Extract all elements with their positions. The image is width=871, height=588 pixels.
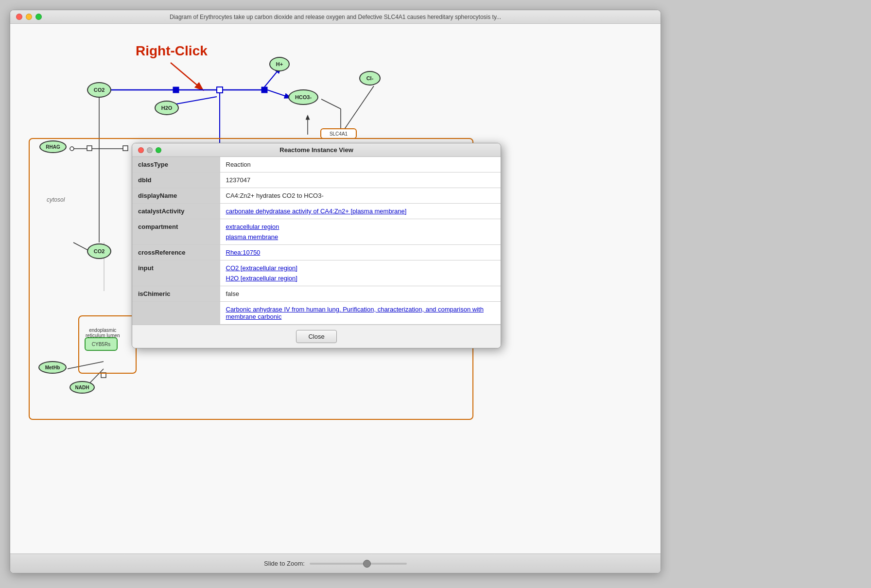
table-row-dbid: dbId 1237047 <box>132 173 501 188</box>
diagram-canvas: Right-Click <box>10 24 661 553</box>
node-co2-mid[interactable]: CO2 <box>87 243 111 259</box>
node-co2-top[interactable]: CO2 <box>87 82 111 98</box>
field-value-lit[interactable]: Carbonic anhydrase IV from human lung. P… <box>220 302 501 325</box>
modal-minimize-button[interactable] <box>147 147 153 153</box>
node-rhag[interactable]: RHAG <box>39 140 67 153</box>
modal-title: Reactome Instance View <box>279 146 353 154</box>
connector-square-1 <box>173 87 179 93</box>
field-value-compartment[interactable]: extracellular region plasma membrane <box>220 219 501 245</box>
path-slc4a1-hco3 <box>321 99 341 109</box>
right-click-label: Right-Click <box>136 43 208 59</box>
endo-label: endoplasmicreticulum lumen <box>86 328 120 338</box>
field-label-chimeric: isChimeric <box>132 286 220 302</box>
node-clminus[interactable]: Cl- <box>359 71 381 86</box>
field-value-classtype: Reaction <box>220 157 501 173</box>
node-hplus[interactable]: H+ <box>269 57 290 71</box>
field-label-crossref: crossReference <box>132 245 220 260</box>
field-label-compartment: compartment <box>132 219 220 245</box>
window-minimize-button[interactable] <box>26 14 32 20</box>
zoom-thumb[interactable] <box>363 560 371 568</box>
table-row-compartment: compartment extracellular region plasma … <box>132 219 501 245</box>
path-slc4a1-cl <box>341 86 374 135</box>
modal-footer: Close <box>132 325 501 348</box>
field-label-classtype: classType <box>132 157 220 173</box>
connector-square-2 <box>261 87 267 93</box>
field-label-lit <box>132 302 220 325</box>
table-row-displayname: displayName CA4:Zn2+ hydrates CO2 to HCO… <box>132 188 501 204</box>
field-value-crossref[interactable]: Rhea:10750 <box>220 245 501 260</box>
input-link-1[interactable]: CO2 [extracellular region] <box>226 264 297 272</box>
node-methb[interactable]: MetHb <box>38 361 67 374</box>
crossref-link[interactable]: Rhea:10750 <box>226 249 261 256</box>
modal-table: classType Reaction dbId 1237047 displayN… <box>132 157 501 325</box>
window-close-button[interactable] <box>16 14 22 20</box>
literature-link[interactable]: Carbonic anhydrase IV from human lung. P… <box>226 306 484 320</box>
node-hco3[interactable]: HCO3- <box>288 89 318 105</box>
window-traffic-lights <box>16 14 42 20</box>
modal-close-btn[interactable]: Close <box>296 330 336 343</box>
modal-titlebar: Reactome Instance View <box>132 143 501 157</box>
node-cyb5rs[interactable]: CYB5Rs <box>85 337 118 351</box>
main-window: Diagram of Erythrocytes take up carbon d… <box>10 10 661 573</box>
modal-body[interactable]: classType Reaction dbId 1237047 displayN… <box>132 157 501 325</box>
node-slc4a1[interactable]: SLC4A1 <box>320 128 357 139</box>
field-label-catalyst: catalystActivity <box>132 204 220 219</box>
modal-close-button[interactable] <box>138 147 144 153</box>
bottom-bar: Slide to Zoom: <box>10 553 661 573</box>
field-value-catalyst[interactable]: carbonate dehydratase activity of CA4:Zn… <box>220 204 501 219</box>
input-link-2[interactable]: H2O [extracellular region] <box>226 275 297 282</box>
field-value-input[interactable]: CO2 [extracellular region] H2O [extracel… <box>220 260 501 286</box>
field-label-displayname: displayName <box>132 188 220 204</box>
catalyst-link[interactable]: carbonate dehydratase activity of CA4:Zn… <box>226 208 407 215</box>
window-title: Diagram of Erythrocytes take up carbon d… <box>170 14 501 20</box>
node-h2o[interactable]: H2O <box>155 101 179 115</box>
zoom-slider[interactable] <box>310 563 407 565</box>
field-label-input: input <box>132 260 220 286</box>
table-row-input: input CO2 [extracellular region] H2O [ex… <box>132 260 501 286</box>
table-row-crossref: crossReference Rhea:10750 <box>132 245 501 260</box>
node-nadh[interactable]: NADH <box>70 381 95 394</box>
reactome-instance-view-modal[interactable]: Reactome Instance View classType Reactio… <box>132 143 501 348</box>
window-maximize-button[interactable] <box>35 14 42 20</box>
zoom-label: Slide to Zoom: <box>264 560 305 567</box>
modal-traffic-lights <box>138 147 161 153</box>
compartment-link-2[interactable]: plasma membrane <box>226 233 279 241</box>
table-row-lit: Carbonic anhydrase IV from human lung. P… <box>132 302 501 325</box>
field-value-displayname: CA4:Zn2+ hydrates CO2 to HCO3- <box>220 188 501 204</box>
compartment-link-1[interactable]: extracellular region <box>226 223 279 230</box>
field-label-dbid: dbId <box>132 173 220 188</box>
reaction-connector <box>217 87 223 93</box>
table-row-catalyst: catalystActivity carbonate dehydratase a… <box>132 204 501 219</box>
modal-maximize-button[interactable] <box>156 147 161 153</box>
path-to-hco3 <box>267 90 290 98</box>
title-bar: Diagram of Erythrocytes take up carbon d… <box>10 10 661 24</box>
field-value-chimeric: false <box>220 286 501 302</box>
annotation-arrow <box>171 63 202 89</box>
field-value-dbid: 1237047 <box>220 173 501 188</box>
cytosol-label: cytosol <box>47 196 65 203</box>
table-row-chimeric: isChimeric false <box>132 286 501 302</box>
table-row-classtype: classType Reaction <box>132 157 501 173</box>
